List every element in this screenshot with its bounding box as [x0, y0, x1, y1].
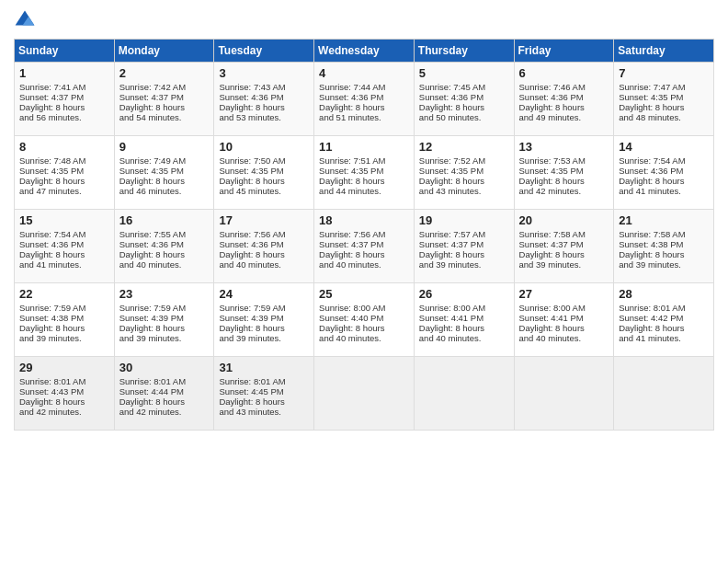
day-info-line: Sunrise: 7:59 AM	[219, 303, 309, 313]
day-info-line: Daylight: 8 hours	[19, 249, 109, 259]
day-info-line: Daylight: 8 hours	[619, 176, 709, 186]
day-info-line: Sunrise: 7:41 AM	[19, 82, 109, 92]
day-info-line: Sunrise: 7:51 AM	[319, 155, 409, 166]
day-number: 3	[219, 66, 309, 80]
day-info-line: and 42 minutes.	[19, 407, 109, 417]
day-info-line: and 47 minutes.	[19, 186, 109, 196]
weekday-header-row: SundayMondayTuesdayWednesdayThursdayFrid…	[15, 40, 714, 63]
day-info-line: and 40 minutes.	[219, 259, 309, 270]
day-info-line: Sunset: 4:39 PM	[219, 313, 309, 323]
day-info-line: and 54 minutes.	[119, 112, 210, 122]
calendar-day-cell: 31Sunrise: 8:01 AMSunset: 4:45 PMDayligh…	[214, 357, 314, 431]
day-info-line: and 41 minutes.	[619, 333, 709, 343]
calendar-day-cell: 25Sunrise: 8:00 AMSunset: 4:40 PMDayligh…	[314, 283, 415, 357]
day-info-line: Daylight: 8 hours	[19, 396, 109, 407]
calendar-week-row: 15Sunrise: 7:54 AMSunset: 4:36 PMDayligh…	[15, 210, 714, 283]
day-info-line: Sunrise: 7:54 AM	[619, 155, 709, 166]
day-info-line: Sunset: 4:41 PM	[519, 313, 609, 323]
day-info-line: Sunset: 4:35 PM	[219, 166, 309, 176]
page-header	[14, 9, 714, 31]
day-info-line: Sunrise: 8:01 AM	[219, 376, 309, 386]
day-info-line: Sunset: 4:37 PM	[519, 239, 609, 249]
day-info-line: Sunrise: 7:57 AM	[419, 229, 509, 239]
day-number: 15	[19, 213, 109, 227]
calendar-day-cell: 29Sunrise: 8:01 AMSunset: 4:43 PMDayligh…	[15, 357, 115, 431]
day-info-line: Sunrise: 8:01 AM	[619, 303, 709, 313]
calendar-day-cell: 4Sunrise: 7:44 AMSunset: 4:36 PMDaylight…	[314, 63, 415, 136]
day-info-line: Daylight: 8 hours	[119, 323, 210, 333]
day-info-line: Sunrise: 8:01 AM	[119, 376, 210, 386]
day-info-line: Daylight: 8 hours	[219, 102, 309, 112]
day-info-line: Sunrise: 7:49 AM	[119, 155, 210, 166]
calendar-week-row: 22Sunrise: 7:59 AMSunset: 4:38 PMDayligh…	[15, 283, 714, 357]
day-info-line: Sunrise: 7:50 AM	[219, 155, 309, 166]
day-info-line: Daylight: 8 hours	[19, 176, 109, 186]
day-info-line: Sunrise: 7:48 AM	[19, 155, 109, 166]
calendar-day-cell: 1Sunrise: 7:41 AMSunset: 4:37 PMDaylight…	[15, 63, 115, 136]
day-info-line: and 53 minutes.	[219, 112, 309, 122]
day-number: 23	[119, 287, 210, 301]
day-info-line: and 48 minutes.	[619, 112, 709, 122]
day-info-line: Daylight: 8 hours	[519, 176, 609, 186]
day-info-line: Sunset: 4:42 PM	[619, 313, 709, 323]
day-info-line: Daylight: 8 hours	[19, 102, 109, 112]
day-info-line: Daylight: 8 hours	[419, 323, 509, 333]
weekday-header-cell: Tuesday	[214, 40, 314, 63]
calendar-day-cell	[314, 357, 415, 431]
day-info-line: Sunrise: 7:58 AM	[619, 229, 709, 239]
day-info-line: Sunset: 4:38 PM	[19, 313, 109, 323]
day-info-line: Sunrise: 7:58 AM	[519, 229, 609, 239]
day-number: 1	[19, 66, 109, 80]
day-info-line: and 49 minutes.	[519, 112, 609, 122]
calendar-body: 1Sunrise: 7:41 AMSunset: 4:37 PMDaylight…	[15, 63, 714, 431]
day-info-line: Sunset: 4:35 PM	[319, 166, 409, 176]
day-number: 22	[19, 287, 109, 301]
calendar-day-cell: 20Sunrise: 7:58 AMSunset: 4:37 PMDayligh…	[514, 210, 614, 283]
day-info-line: Sunset: 4:36 PM	[219, 239, 309, 249]
calendar-day-cell: 6Sunrise: 7:46 AMSunset: 4:36 PMDaylight…	[514, 63, 614, 136]
calendar-week-row: 1Sunrise: 7:41 AMSunset: 4:37 PMDaylight…	[15, 63, 714, 136]
day-info-line: and 39 minutes.	[619, 259, 709, 270]
calendar-day-cell: 9Sunrise: 7:49 AMSunset: 4:35 PMDaylight…	[114, 136, 214, 210]
day-info-line: and 40 minutes.	[419, 333, 509, 343]
day-number: 10	[219, 140, 309, 154]
calendar-day-cell: 16Sunrise: 7:55 AMSunset: 4:36 PMDayligh…	[114, 210, 214, 283]
day-info-line: Daylight: 8 hours	[119, 176, 210, 186]
calendar-day-cell	[614, 357, 714, 431]
day-info-line: Daylight: 8 hours	[419, 102, 509, 112]
day-info-line: Daylight: 8 hours	[219, 249, 309, 259]
day-info-line: Sunset: 4:41 PM	[419, 313, 509, 323]
day-info-line: and 39 minutes.	[119, 333, 210, 343]
day-info-line: Daylight: 8 hours	[619, 102, 709, 112]
day-info-line: and 46 minutes.	[119, 186, 210, 196]
calendar-day-cell: 13Sunrise: 7:53 AMSunset: 4:35 PMDayligh…	[514, 136, 614, 210]
calendar-day-cell: 27Sunrise: 8:00 AMSunset: 4:41 PMDayligh…	[514, 283, 614, 357]
day-number: 14	[619, 140, 709, 154]
day-number: 25	[319, 287, 409, 301]
day-info-line: Sunrise: 7:45 AM	[419, 82, 509, 92]
day-info-line: Sunrise: 7:46 AM	[519, 82, 609, 92]
day-info-line: Sunset: 4:36 PM	[619, 166, 709, 176]
calendar-day-cell: 8Sunrise: 7:48 AMSunset: 4:35 PMDaylight…	[15, 136, 115, 210]
day-info-line: Sunset: 4:36 PM	[419, 92, 509, 102]
calendar-day-cell: 30Sunrise: 8:01 AMSunset: 4:44 PMDayligh…	[114, 357, 214, 431]
day-info-line: and 40 minutes.	[319, 333, 409, 343]
day-number: 18	[319, 213, 409, 227]
day-info-line: Sunset: 4:37 PM	[19, 92, 109, 102]
day-info-line: Sunrise: 7:55 AM	[119, 229, 210, 239]
day-info-line: Sunrise: 7:54 AM	[19, 229, 109, 239]
day-info-line: Daylight: 8 hours	[219, 396, 309, 407]
day-info-line: and 43 minutes.	[419, 186, 509, 196]
day-info-line: Sunset: 4:35 PM	[19, 166, 109, 176]
day-info-line: and 40 minutes.	[119, 259, 210, 270]
day-info-line: Sunset: 4:35 PM	[619, 92, 709, 102]
day-number: 28	[619, 287, 709, 301]
day-number: 5	[419, 66, 509, 80]
day-info-line: Sunset: 4:37 PM	[419, 239, 509, 249]
calendar-day-cell: 10Sunrise: 7:50 AMSunset: 4:35 PMDayligh…	[214, 136, 314, 210]
calendar-day-cell: 18Sunrise: 7:56 AMSunset: 4:37 PMDayligh…	[314, 210, 415, 283]
day-number: 31	[219, 361, 309, 374]
day-number: 6	[519, 66, 609, 80]
calendar-day-cell: 22Sunrise: 7:59 AMSunset: 4:38 PMDayligh…	[15, 283, 115, 357]
day-number: 17	[219, 213, 309, 227]
